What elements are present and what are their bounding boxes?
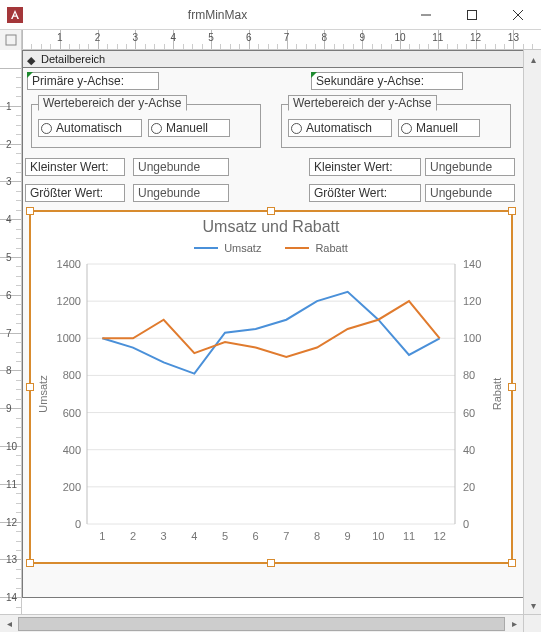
resize-handle-sw[interactable] — [26, 559, 34, 567]
resize-handle-s[interactable] — [267, 559, 275, 567]
svg-text:5: 5 — [222, 530, 228, 542]
svg-text:400: 400 — [63, 444, 81, 456]
svg-text:120: 120 — [463, 295, 481, 307]
svg-text:800: 800 — [63, 369, 81, 381]
resize-handle-ne[interactable] — [508, 207, 516, 215]
secondary-option-manual-label: Manuell — [416, 121, 458, 135]
secondary-min-textbox[interactable]: Ungebunde — [425, 158, 515, 176]
svg-text:100: 100 — [463, 332, 481, 344]
radio-icon — [291, 123, 302, 134]
svg-text:10: 10 — [372, 530, 384, 542]
svg-text:60: 60 — [463, 407, 475, 419]
chart-svg: 0200400600800100012001400020406080100120… — [31, 254, 511, 554]
design-canvas[interactable]: ◆ Detailbereich Primäre y-Achse: Sekundä… — [22, 50, 541, 614]
primary-axis-heading-text: Primäre y-Achse: — [32, 74, 124, 88]
chart-legend: Umsatz Rabatt — [31, 242, 511, 254]
section-header-label: Detailbereich — [41, 53, 105, 65]
svg-text:140: 140 — [463, 258, 481, 270]
radio-icon — [151, 123, 162, 134]
svg-text:200: 200 — [63, 481, 81, 493]
ruler-corner[interactable] — [0, 30, 22, 50]
resize-handle-e[interactable] — [508, 383, 516, 391]
secondary-axis-heading[interactable]: Sekundäre y-Achse: — [311, 72, 463, 90]
svg-text:Umsatz: Umsatz — [37, 375, 49, 413]
primary-min-textbox[interactable]: Ungebunde — [133, 158, 229, 176]
legend-label-rabatt: Rabatt — [315, 242, 347, 254]
svg-text:1200: 1200 — [57, 295, 81, 307]
scroll-left-button[interactable]: ◂ — [0, 615, 18, 633]
primary-min-label[interactable]: Kleinster Wert: — [25, 158, 125, 176]
horizontal-scrollbar[interactable]: ◂ ▸ — [0, 614, 523, 632]
section-header-bar[interactable]: ◆ Detailbereich — [22, 50, 541, 68]
window-title: frmMinMax — [32, 8, 403, 22]
legend-item-umsatz: Umsatz — [194, 242, 261, 254]
secondary-range-group[interactable]: Wertebereich der y-Achse Automatisch Man… — [281, 104, 511, 148]
svg-text:1400: 1400 — [57, 258, 81, 270]
secondary-max-label[interactable]: Größter Wert: — [309, 184, 421, 202]
svg-text:2: 2 — [130, 530, 136, 542]
primary-max-value: Ungebunde — [138, 186, 200, 200]
secondary-max-label-text: Größter Wert: — [314, 186, 387, 200]
svg-text:40: 40 — [463, 444, 475, 456]
svg-rect-0 — [7, 7, 23, 23]
vertical-scrollbar[interactable]: ▴ ▾ — [523, 50, 541, 614]
svg-text:600: 600 — [63, 407, 81, 419]
maximize-button[interactable] — [449, 0, 495, 30]
secondary-option-auto-label: Automatisch — [306, 121, 372, 135]
legend-item-rabatt: Rabatt — [285, 242, 347, 254]
primary-range-group[interactable]: Wertebereich der y-Achse Automatisch Man… — [31, 104, 261, 148]
secondary-min-label-text: Kleinster Wert: — [314, 160, 392, 174]
minimize-button[interactable] — [403, 0, 449, 30]
svg-text:4: 4 — [191, 530, 197, 542]
primary-max-textbox[interactable]: Ungebunde — [133, 184, 229, 202]
primary-max-label[interactable]: Größter Wert: — [25, 184, 125, 202]
primary-axis-heading[interactable]: Primäre y-Achse: — [27, 72, 159, 90]
svg-text:0: 0 — [75, 518, 81, 530]
resize-handle-nw[interactable] — [26, 207, 34, 215]
legend-swatch-rabatt — [285, 247, 309, 249]
primary-max-label-text: Größter Wert: — [30, 186, 103, 200]
primary-option-auto[interactable]: Automatisch — [38, 119, 142, 137]
resize-handle-se[interactable] — [508, 559, 516, 567]
primary-range-group-label: Wertebereich der y-Achse — [38, 95, 187, 111]
svg-text:3: 3 — [161, 530, 167, 542]
svg-text:0: 0 — [463, 518, 469, 530]
scroll-up-button[interactable]: ▴ — [524, 50, 541, 68]
scroll-thumb[interactable] — [18, 617, 505, 631]
secondary-max-textbox[interactable]: Ungebunde — [425, 184, 515, 202]
chart-plot-area: Umsatz und Rabatt Umsatz Rabatt 02004006… — [31, 212, 511, 562]
secondary-option-auto[interactable]: Automatisch — [288, 119, 392, 137]
chart-title: Umsatz und Rabatt — [31, 218, 511, 236]
svg-text:7: 7 — [283, 530, 289, 542]
svg-rect-5 — [6, 35, 16, 45]
svg-text:Rabatt: Rabatt — [491, 378, 503, 410]
scroll-down-button[interactable]: ▾ — [524, 596, 541, 614]
secondary-axis-heading-text: Sekundäre y-Achse: — [316, 74, 424, 88]
resize-handle-w[interactable] — [26, 383, 34, 391]
svg-text:80: 80 — [463, 369, 475, 381]
svg-text:1: 1 — [99, 530, 105, 542]
titlebar: frmMinMax — [0, 0, 541, 30]
close-button[interactable] — [495, 0, 541, 30]
app-icon — [6, 6, 24, 24]
expand-icon: ◆ — [27, 54, 37, 64]
svg-text:20: 20 — [463, 481, 475, 493]
svg-text:11: 11 — [403, 530, 415, 542]
ruler-horizontal: 1234567891011121314 — [0, 30, 541, 50]
secondary-min-label[interactable]: Kleinster Wert: — [309, 158, 421, 176]
secondary-range-group-label: Wertebereich der y-Achse — [288, 95, 437, 111]
primary-min-label-text: Kleinster Wert: — [30, 160, 108, 174]
primary-option-manual[interactable]: Manuell — [148, 119, 230, 137]
chart-control[interactable]: Umsatz und Rabatt Umsatz Rabatt 02004006… — [29, 210, 513, 564]
legend-label-umsatz: Umsatz — [224, 242, 261, 254]
secondary-max-value: Ungebunde — [430, 186, 492, 200]
svg-text:9: 9 — [345, 530, 351, 542]
primary-min-value: Ungebunde — [138, 160, 200, 174]
secondary-option-manual[interactable]: Manuell — [398, 119, 480, 137]
scroll-right-button[interactable]: ▸ — [505, 615, 523, 633]
resize-handle-n[interactable] — [267, 207, 275, 215]
primary-option-manual-label: Manuell — [166, 121, 208, 135]
detail-section[interactable]: Primäre y-Achse: Sekundäre y-Achse: Wert… — [22, 68, 541, 598]
svg-rect-2 — [468, 10, 477, 19]
ruler-vertical: 123456789101112131415 — [0, 50, 22, 614]
